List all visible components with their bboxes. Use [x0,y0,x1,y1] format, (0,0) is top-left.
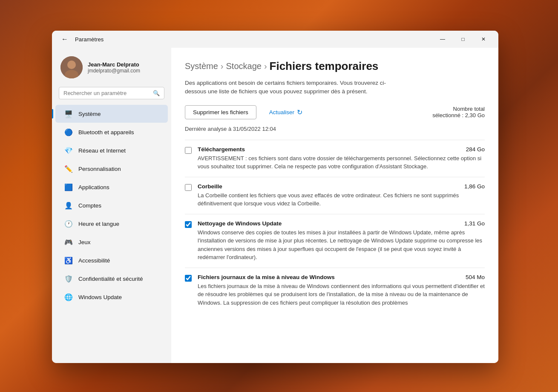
sidebar-item-label-confidentialite: Confidentialité et sécurité [78,276,143,282]
total-label: Nombre total [432,106,485,112]
perso-icon: ✏️ [64,164,73,173]
file-size-2: 1,31 Go [464,220,485,227]
file-desc-0: AVERTISSEMENT : ces fichiers sont dans v… [198,154,485,171]
file-item-3: Fichiers journaux de la mise à niveau de… [185,268,485,313]
search-box[interactable]: 🔍 [59,87,164,99]
file-name-2: Nettoyage de Windows Update [198,220,282,227]
file-content-3: Fichiers journaux de la mise à niveau de… [198,274,485,307]
file-header-3: Fichiers journaux de la mise à niveau de… [198,274,485,280]
user-info: Jean-Marc Delprato jmdelprato@gmail.com [88,61,140,74]
file-content-1: Corbeille1,86 GoLa Corbeille contient le… [198,183,485,208]
last-analysis: Dernière analyse à 31/05/2022 12:04 [185,126,485,132]
sidebar-item-windowsupdate[interactable]: 🌐Windows Update [55,288,168,306]
minimize-button[interactable]: — [433,32,452,46]
sidebar-item-bluetooth[interactable]: 🔵Bluetooth et appareils [55,123,168,141]
checkbox-area-0 [185,147,192,156]
sidebar-item-label-windowsupdate: Windows Update [78,294,122,300]
breadcrumb-stockage[interactable]: Stockage [226,61,261,71]
user-name: Jean-Marc Delprato [88,61,140,68]
refresh-icon: ↻ [297,108,302,116]
sidebar-item-label-accessibilite: Accessibilité [78,257,110,264]
sidebar-item-label-comptes: Comptes [78,202,101,209]
accessibilite-icon: ♿ [64,256,73,265]
file-content-2: Nettoyage de Windows Update1,31 GoWindow… [198,220,485,262]
checkbox-area-3 [185,275,192,283]
window-title: Paramètres [75,36,104,43]
checkbox-area-1 [185,184,192,193]
sidebar-item-confidentialite[interactable]: 🛡️Confidentialité et sécurité [55,270,168,288]
reseau-icon: 💎 [64,146,73,155]
file-desc-1: La Corbeille contient les fichiers que v… [198,191,485,208]
total-selected: Nombre total sélectionné : 2,30 Go [432,106,485,118]
checkbox-area-2 [185,221,192,230]
sidebar-item-comptes[interactable]: 👤Comptes [55,196,168,214]
breadcrumb-sep-2: › [264,61,267,71]
total-value: sélectionné : 2,30 Go [432,112,485,118]
file-header-0: Téléchargements284 Go [198,146,485,153]
maximize-button[interactable]: □ [453,32,473,46]
sidebar-item-applications[interactable]: 🟦Applications [55,178,168,196]
sidebar-item-label-heure: Heure et langue [78,221,119,227]
main-area: Jean-Marc Delprato jmdelprato@gmail.com … [52,48,498,363]
sidebar-item-jeux[interactable]: 🎮Jeux [55,233,168,251]
refresh-button[interactable]: Actualiser ↻ [263,105,308,120]
file-header-1: Corbeille1,86 Go [198,183,485,190]
user-email: jmdelprato@gmail.com [88,68,140,74]
sidebar-item-perso[interactable]: ✏️Personnalisation [55,160,168,178]
sidebar-item-heure[interactable]: 🕐Heure et langue [55,215,168,233]
file-checkbox-1[interactable] [185,184,192,191]
file-checkbox-0[interactable] [185,147,192,154]
page-description: Des applications ont besoin de certains … [185,79,406,96]
file-header-2: Nettoyage de Windows Update1,31 Go [198,220,485,227]
breadcrumb-systeme[interactable]: Système [185,61,218,71]
window-controls: — □ ✕ [433,32,493,46]
close-button[interactable]: ✕ [474,32,493,46]
comptes-icon: 👤 [64,201,73,210]
file-desc-3: Les fichiers journaux de la mise à nivea… [198,282,485,307]
heure-icon: 🕐 [64,219,73,228]
file-item-2: Nettoyage de Windows Update1,31 GoWindow… [185,214,485,268]
back-button[interactable]: ← [59,33,71,45]
file-content-0: Téléchargements284 GoAVERTISSEMENT : ces… [198,146,485,171]
sidebar-item-label-applications: Applications [78,184,109,190]
jeux-icon: 🎮 [64,237,73,247]
file-item-0: Téléchargements284 GoAVERTISSEMENT : ces… [185,140,485,177]
user-section: Jean-Marc Delprato jmdelprato@gmail.com [52,52,171,85]
applications-icon: 🟦 [64,182,73,192]
file-desc-2: Windows conserve des copies de toutes le… [198,228,485,262]
sidebar-item-reseau[interactable]: 💎Réseau et Internet [55,141,168,159]
file-item-1: Corbeille1,86 GoLa Corbeille contient le… [185,177,485,214]
file-size-3: 504 Mo [466,274,485,280]
sidebar-item-systeme[interactable]: 🖥️Système [55,105,168,123]
sidebar-item-label-systeme: Système [78,111,101,117]
nav-list: 🖥️Système🔵Bluetooth et appareils💎Réseau … [52,104,171,306]
delete-button[interactable]: Supprimer les fichiers [185,105,256,119]
file-name-1: Corbeille [198,183,222,190]
systeme-icon: 🖥️ [64,109,73,118]
sidebar-item-label-bluetooth: Bluetooth et appareils [78,129,134,135]
file-size-0: 284 Go [466,146,485,153]
windowsupdate-icon: 🌐 [64,292,73,302]
action-bar: Supprimer les fichiers Actualiser ↻ Nomb… [185,105,485,120]
search-input[interactable] [63,90,150,96]
sidebar: Jean-Marc Delprato jmdelprato@gmail.com … [52,48,171,363]
file-name-0: Téléchargements [198,146,245,153]
sidebar-item-accessibilite[interactable]: ♿Accessibilité [55,251,168,269]
bluetooth-icon: 🔵 [64,127,73,137]
avatar[interactable] [60,56,83,78]
confidentialite-icon: 🛡️ [64,274,73,283]
sidebar-item-label-jeux: Jeux [78,239,91,245]
file-checkbox-2[interactable] [185,221,192,228]
file-name-3: Fichiers journaux de la mise à niveau de… [198,274,335,280]
file-size-1: 1,86 Go [464,183,485,190]
breadcrumb-sep-1: › [221,61,224,71]
svg-point-1 [67,61,76,69]
settings-window: ← Paramètres — □ ✕ Jean-Marc Del [52,31,498,363]
sidebar-item-label-perso: Personnalisation [78,166,121,172]
file-checkbox-3[interactable] [185,275,192,282]
sidebar-item-label-reseau: Réseau et Internet [78,147,126,154]
title-bar-left: ← Paramètres [59,33,104,45]
refresh-label: Actualiser [269,109,294,115]
content-area: Système › Stockage › Fichiers temporaire… [171,48,498,363]
search-icon: 🔍 [153,90,160,96]
